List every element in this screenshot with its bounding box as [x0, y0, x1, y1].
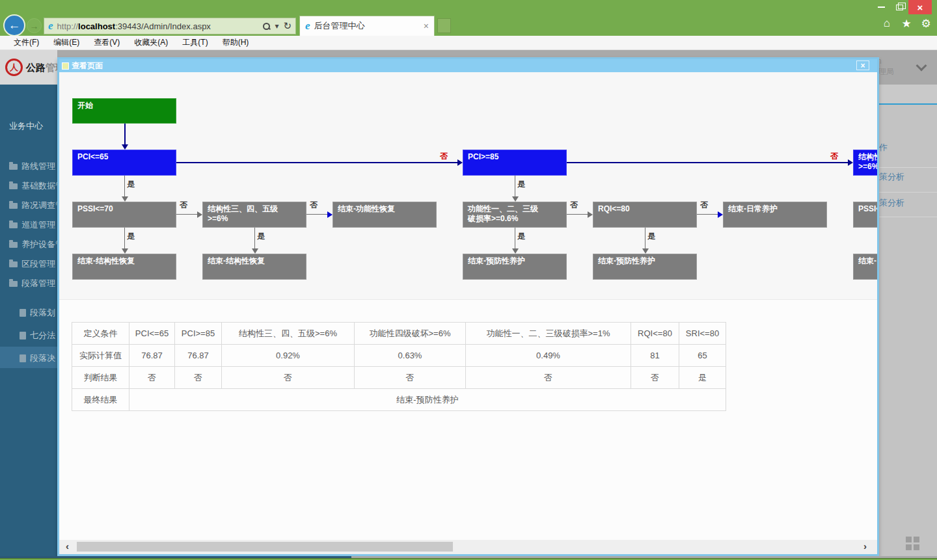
- menu-item-0[interactable]: 文件(F): [7, 37, 46, 48]
- table-cell: 76.87: [175, 345, 222, 367]
- sidebar-item-doc-1[interactable]: 七分法: [0, 327, 57, 344]
- menu-item-5[interactable]: 帮助(H): [215, 37, 256, 48]
- scroll-left-icon[interactable]: ‹: [66, 540, 69, 552]
- table-cell: PCI>=85: [175, 323, 222, 345]
- flow-connector-2: [567, 162, 848, 163]
- back-button[interactable]: ←: [3, 14, 25, 36]
- flow-arrowhead-5: [327, 211, 333, 218]
- flow-node-line: >=6%: [858, 162, 877, 172]
- flow-node-line: PSSI<: [858, 204, 877, 214]
- scroll-right-icon[interactable]: ›: [863, 540, 867, 552]
- flow-arrowhead-7: [718, 211, 723, 218]
- flow-connector-12: [645, 228, 645, 248]
- table-cell: 否: [129, 367, 175, 389]
- document-icon: [20, 354, 26, 362]
- menu-item-2[interactable]: 查看(V): [87, 37, 127, 48]
- sidebar-item-doc-2[interactable]: 段落决: [0, 350, 57, 367]
- flow-connector-3: [124, 176, 125, 196]
- flow-label-4: 否: [180, 200, 187, 211]
- table-cell: 功能性一、二、三级破损率>=1%: [466, 323, 631, 345]
- chevron-down-icon[interactable]: [916, 60, 927, 72]
- minimize-button[interactable]: [872, 0, 890, 14]
- sidebar-item-folder-3[interactable]: 巡道管理: [0, 217, 57, 233]
- flow-node-line: 结束-结构性恢复: [77, 256, 171, 266]
- document-icon: [20, 332, 26, 340]
- menu-item-3[interactable]: 收藏夹(A): [127, 37, 175, 48]
- settings-gear-icon[interactable]: ⚙: [919, 17, 933, 31]
- scrollbar-thumb[interactable]: [77, 542, 453, 552]
- flow-arrowhead-11: [512, 248, 519, 254]
- flow-arrowhead-1: [457, 159, 463, 166]
- address-bar[interactable]: e http://localhost:39443/Admin/Index.asp…: [44, 18, 296, 34]
- flow-arrowhead-0: [122, 144, 128, 150]
- table-cell: RQI<=80: [631, 323, 679, 345]
- sidebar-item-label: 巡道管理: [21, 219, 55, 231]
- sidebar-item-label: 基础数据管: [21, 180, 57, 192]
- flow-node-line: 结束-预防性养护: [598, 256, 692, 266]
- sidebar-item-folder-2[interactable]: 路况调查管: [0, 197, 57, 214]
- flow-label-1: 否: [830, 151, 838, 162]
- table-cell: 是: [679, 367, 726, 389]
- sidebar-item-folder-4[interactable]: 养护设备管: [0, 236, 57, 253]
- restore-button[interactable]: [890, 0, 908, 14]
- menu-item-4[interactable]: 工具(T): [175, 37, 215, 48]
- modal-close-button[interactable]: ×: [856, 60, 869, 70]
- flow-node-line: PSSI<=70: [77, 204, 171, 214]
- folder-icon: [9, 164, 18, 170]
- flow-connector-4: [176, 214, 197, 215]
- flow-node-line: PCI<=65: [77, 152, 171, 162]
- flow-connector-7: [697, 214, 718, 215]
- flow-connector-8: [515, 176, 515, 196]
- flow-node-15: 结束-: [853, 254, 877, 280]
- folder-icon: [9, 242, 18, 248]
- sidebar-item-label: 段落划: [30, 307, 55, 319]
- link-fragment-0[interactable]: 作: [879, 142, 888, 153]
- sidebar-item-folder-0[interactable]: 路线管理: [0, 158, 57, 175]
- right-panel-separator: [877, 217, 937, 217]
- h-scrollbar[interactable]: ‹ ›: [59, 540, 877, 554]
- folder-icon: [9, 281, 18, 287]
- browser-tab[interactable]: e 后台管理中心 ×: [299, 16, 435, 36]
- table-cell: 结构性三、四、五级>=6%: [222, 323, 355, 345]
- sidebar-item-folder-1[interactable]: 基础数据管: [0, 178, 57, 194]
- flow-node-6: 结束-功能性恢复: [333, 202, 437, 228]
- flow-node-line: 结束-: [858, 256, 877, 266]
- minimize-icon: [878, 7, 885, 8]
- link-fragment-2[interactable]: 策分析: [879, 197, 904, 209]
- tab-close-icon[interactable]: ×: [424, 21, 429, 31]
- sidebar-item-doc-0[interactable]: 段落划: [0, 304, 57, 321]
- flow-node-10: PSSI<: [853, 202, 877, 228]
- new-tab-button[interactable]: [437, 18, 451, 33]
- sidebar-item-folder-5[interactable]: 区段管理: [0, 256, 57, 273]
- flow-arrowhead-4: [197, 211, 202, 218]
- flow-node-7: 功能性一、二、三级破损率>=0.6%: [463, 202, 567, 228]
- table-cell: 65: [679, 345, 726, 367]
- flow-node-line: 结束-功能性恢复: [338, 204, 431, 214]
- table-row-1: 实际计算值76.8776.870.92%0.63%0.49%8165: [72, 345, 726, 367]
- dropdown-icon[interactable]: ▾: [275, 21, 278, 31]
- flow-node-14: 结束-预防性养护: [593, 254, 697, 280]
- favorites-star-icon[interactable]: ★: [899, 17, 914, 31]
- browser-window: ← → e http://localhost:39443/Admin/Index…: [0, 0, 937, 560]
- sidebar-item-folder-6[interactable]: 段落管理: [0, 275, 57, 292]
- menu-item-1[interactable]: 编辑(E): [46, 37, 87, 48]
- folder-icon: [9, 261, 18, 267]
- flow-node-1: PCI<=65: [72, 150, 176, 176]
- table-cell: 否: [631, 367, 679, 389]
- link-fragment-1[interactable]: 策分析: [879, 171, 904, 183]
- home-icon[interactable]: ⌂: [880, 17, 894, 31]
- refresh-icon[interactable]: ↻: [283, 20, 292, 32]
- grid-icon[interactable]: [906, 537, 919, 550]
- url-path: :39443/Admin/Index.aspx: [115, 21, 211, 31]
- forward-button[interactable]: →: [27, 18, 42, 33]
- url-host: localhost: [78, 21, 115, 31]
- search-icon[interactable]: [263, 23, 270, 30]
- table-cell: 判断结果: [72, 367, 129, 389]
- tab-favicon-icon: e: [305, 20, 310, 33]
- flow-label-5: 否: [310, 200, 318, 211]
- dialog-icon: [62, 62, 69, 70]
- close-button[interactable]: ×: [908, 0, 932, 14]
- modal-header[interactable]: 查看页面 ×: [59, 59, 877, 72]
- flow-node-line: >=6%: [208, 214, 301, 224]
- flow-connector-11: [515, 228, 515, 248]
